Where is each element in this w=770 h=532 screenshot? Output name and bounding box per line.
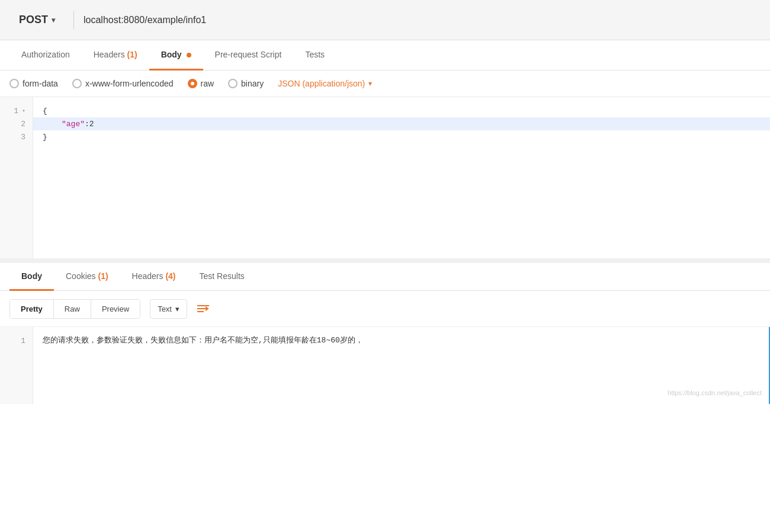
cookies-badge: (1) — [98, 271, 108, 281]
tab-pre-request-script[interactable]: Pre-request Script — [203, 40, 294, 70]
response-tabs: Body Cookies (1) Headers (4) Test Result… — [0, 263, 770, 291]
request-tabs: Authorization Headers (1) Body Pre-reque… — [0, 40, 770, 70]
radio-raw-circle — [188, 79, 197, 88]
view-btn-raw[interactable]: Raw — [54, 300, 91, 318]
body-dot — [187, 53, 191, 57]
response-line-num-1: 1 — [0, 334, 33, 347]
response-line-numbers: 1 — [0, 327, 33, 404]
line-number-3: 3 — [0, 130, 33, 143]
response-headers-badge: (4) — [165, 271, 175, 281]
response-tab-cookies[interactable]: Cookies (1) — [54, 263, 120, 291]
radio-x-www-circle — [72, 79, 82, 88]
response-text-area: 您的请求失败，参数验证失败，失败信息如下：用户名不能为空,只能填报年龄在18~6… — [33, 327, 770, 404]
format-chevron-icon: ▾ — [175, 305, 179, 313]
response-tab-test-results[interactable]: Test Results — [188, 263, 256, 291]
url-bar: POST ▾ — [0, 0, 770, 40]
view-btn-pretty[interactable]: Pretty — [10, 300, 54, 318]
code-line-2: "age" : 2 — [33, 117, 770, 130]
json-chevron-icon: ▾ — [368, 79, 372, 88]
wrap-button[interactable] — [192, 298, 214, 319]
radio-form-data-circle — [9, 79, 19, 88]
url-input[interactable] — [79, 12, 761, 28]
tab-body[interactable]: Body — [149, 40, 203, 70]
radio-x-www[interactable]: x-www-form-urlencoded — [72, 79, 174, 88]
radio-binary-circle — [228, 79, 238, 88]
url-divider — [73, 11, 74, 29]
method-selector[interactable]: POST ▾ — [9, 9, 69, 31]
body-type-row: form-data x-www-form-urlencoded raw bina… — [0, 70, 770, 97]
format-select[interactable]: Text ▾ — [150, 299, 187, 319]
code-line-3: } — [33, 130, 770, 143]
response-toolbar: Pretty Raw Preview Text ▾ — [0, 291, 770, 327]
response-section: Body Cookies (1) Headers (4) Test Result… — [0, 263, 770, 404]
headers-badge: (1) — [127, 50, 137, 59]
radio-raw[interactable]: raw — [188, 79, 214, 88]
line-numbers: 1 ▾ 2 3 — [0, 97, 33, 258]
method-dropdown-icon: ▾ — [52, 16, 55, 24]
response-tab-headers[interactable]: Headers (4) — [120, 263, 188, 291]
tab-authorization[interactable]: Authorization — [9, 40, 82, 70]
radio-form-data[interactable]: form-data — [9, 79, 58, 88]
code-content[interactable]: { "age" : 2 } — [33, 97, 770, 258]
tab-tests[interactable]: Tests — [293, 40, 336, 70]
response-tab-body[interactable]: Body — [9, 263, 54, 291]
json-format-select[interactable]: JSON (application/json) ▾ — [278, 79, 372, 88]
code-line-1: { — [33, 104, 770, 117]
response-body: 1 您的请求失败，参数验证失败，失败信息如下：用户名不能为空,只能填报年龄在18… — [0, 327, 770, 404]
view-btn-preview[interactable]: Preview — [91, 300, 140, 318]
code-editor: 1 ▾ 2 3 { "age" : 2 } — [0, 97, 770, 263]
line-number-1: 1 ▾ — [0, 104, 33, 117]
tab-headers[interactable]: Headers (1) — [82, 40, 149, 70]
view-btn-group: Pretty Raw Preview — [9, 299, 140, 319]
watermark: https://blog.csdn.net/java_collect — [668, 386, 762, 399]
collapse-arrow-icon[interactable]: ▾ — [22, 107, 25, 114]
radio-binary[interactable]: binary — [228, 79, 264, 88]
wrap-icon — [196, 303, 210, 315]
line-number-2: 2 — [0, 117, 33, 130]
method-label: POST — [19, 14, 48, 26]
